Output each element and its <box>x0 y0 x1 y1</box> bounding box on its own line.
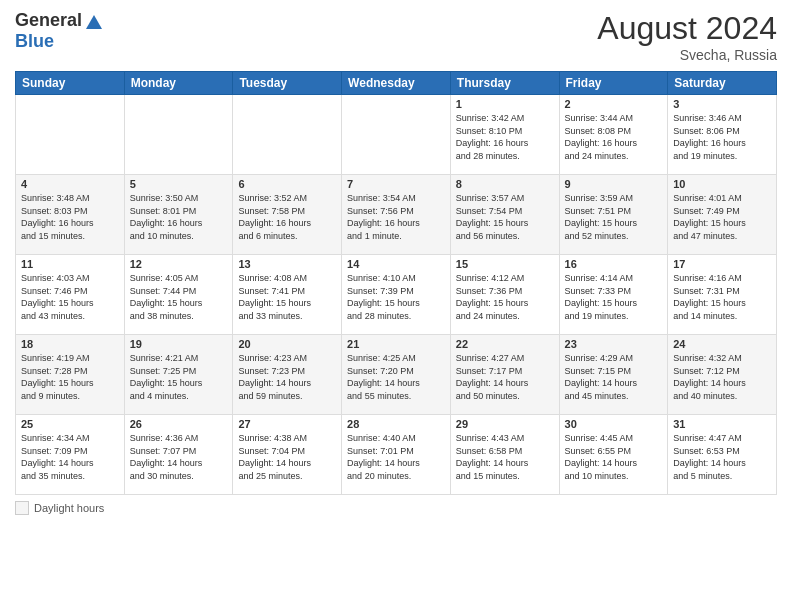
day-info: Sunrise: 4:16 AMSunset: 7:31 PMDaylight:… <box>673 272 771 322</box>
header: General Blue August 2024 Svecha, Russia <box>15 10 777 63</box>
day-number: 2 <box>565 98 663 110</box>
day-info: Sunrise: 4:19 AMSunset: 7:28 PMDaylight:… <box>21 352 119 402</box>
day-info: Sunrise: 4:14 AMSunset: 7:33 PMDaylight:… <box>565 272 663 322</box>
legend-label: Daylight hours <box>34 502 104 514</box>
calendar-day-header: Friday <box>559 72 668 95</box>
day-number: 17 <box>673 258 771 270</box>
day-info: Sunrise: 4:05 AMSunset: 7:44 PMDaylight:… <box>130 272 228 322</box>
day-number: 11 <box>21 258 119 270</box>
day-info: Sunrise: 4:01 AMSunset: 7:49 PMDaylight:… <box>673 192 771 242</box>
day-info: Sunrise: 3:52 AMSunset: 7:58 PMDaylight:… <box>238 192 336 242</box>
calendar-week-row: 1Sunrise: 3:42 AMSunset: 8:10 PMDaylight… <box>16 95 777 175</box>
day-info: Sunrise: 3:46 AMSunset: 8:06 PMDaylight:… <box>673 112 771 162</box>
day-number: 23 <box>565 338 663 350</box>
calendar-day-header: Monday <box>124 72 233 95</box>
calendar-cell: 4Sunrise: 3:48 AMSunset: 8:03 PMDaylight… <box>16 175 125 255</box>
logo-icon <box>84 11 104 31</box>
day-info: Sunrise: 4:25 AMSunset: 7:20 PMDaylight:… <box>347 352 445 402</box>
calendar-cell: 26Sunrise: 4:36 AMSunset: 7:07 PMDayligh… <box>124 415 233 495</box>
calendar-cell: 16Sunrise: 4:14 AMSunset: 7:33 PMDayligh… <box>559 255 668 335</box>
day-number: 28 <box>347 418 445 430</box>
day-number: 26 <box>130 418 228 430</box>
calendar-cell <box>342 95 451 175</box>
day-info: Sunrise: 4:32 AMSunset: 7:12 PMDaylight:… <box>673 352 771 402</box>
calendar-cell: 25Sunrise: 4:34 AMSunset: 7:09 PMDayligh… <box>16 415 125 495</box>
calendar-cell: 17Sunrise: 4:16 AMSunset: 7:31 PMDayligh… <box>668 255 777 335</box>
calendar-cell: 27Sunrise: 4:38 AMSunset: 7:04 PMDayligh… <box>233 415 342 495</box>
calendar-cell: 19Sunrise: 4:21 AMSunset: 7:25 PMDayligh… <box>124 335 233 415</box>
calendar-week-row: 25Sunrise: 4:34 AMSunset: 7:09 PMDayligh… <box>16 415 777 495</box>
day-info: Sunrise: 4:12 AMSunset: 7:36 PMDaylight:… <box>456 272 554 322</box>
calendar-week-row: 4Sunrise: 3:48 AMSunset: 8:03 PMDaylight… <box>16 175 777 255</box>
calendar-cell: 29Sunrise: 4:43 AMSunset: 6:58 PMDayligh… <box>450 415 559 495</box>
calendar-day-header: Sunday <box>16 72 125 95</box>
day-info: Sunrise: 4:43 AMSunset: 6:58 PMDaylight:… <box>456 432 554 482</box>
calendar-cell: 14Sunrise: 4:10 AMSunset: 7:39 PMDayligh… <box>342 255 451 335</box>
day-number: 24 <box>673 338 771 350</box>
calendar-table: SundayMondayTuesdayWednesdayThursdayFrid… <box>15 71 777 495</box>
day-info: Sunrise: 4:47 AMSunset: 6:53 PMDaylight:… <box>673 432 771 482</box>
day-number: 18 <box>21 338 119 350</box>
day-info: Sunrise: 4:21 AMSunset: 7:25 PMDaylight:… <box>130 352 228 402</box>
calendar-cell: 21Sunrise: 4:25 AMSunset: 7:20 PMDayligh… <box>342 335 451 415</box>
day-info: Sunrise: 4:23 AMSunset: 7:23 PMDaylight:… <box>238 352 336 402</box>
day-number: 8 <box>456 178 554 190</box>
calendar-cell: 13Sunrise: 4:08 AMSunset: 7:41 PMDayligh… <box>233 255 342 335</box>
calendar-cell: 10Sunrise: 4:01 AMSunset: 7:49 PMDayligh… <box>668 175 777 255</box>
day-info: Sunrise: 4:10 AMSunset: 7:39 PMDaylight:… <box>347 272 445 322</box>
calendar-cell: 1Sunrise: 3:42 AMSunset: 8:10 PMDaylight… <box>450 95 559 175</box>
day-info: Sunrise: 3:44 AMSunset: 8:08 PMDaylight:… <box>565 112 663 162</box>
calendar-day-header: Thursday <box>450 72 559 95</box>
calendar-cell: 9Sunrise: 3:59 AMSunset: 7:51 PMDaylight… <box>559 175 668 255</box>
logo-general-text: General <box>15 10 82 31</box>
day-info: Sunrise: 3:48 AMSunset: 8:03 PMDaylight:… <box>21 192 119 242</box>
title-block: August 2024 Svecha, Russia <box>597 10 777 63</box>
day-info: Sunrise: 4:29 AMSunset: 7:15 PMDaylight:… <box>565 352 663 402</box>
day-info: Sunrise: 4:36 AMSunset: 7:07 PMDaylight:… <box>130 432 228 482</box>
day-number: 16 <box>565 258 663 270</box>
calendar-cell: 12Sunrise: 4:05 AMSunset: 7:44 PMDayligh… <box>124 255 233 335</box>
calendar-cell: 31Sunrise: 4:47 AMSunset: 6:53 PMDayligh… <box>668 415 777 495</box>
day-number: 19 <box>130 338 228 350</box>
logo: General Blue <box>15 10 104 52</box>
calendar-day-header: Wednesday <box>342 72 451 95</box>
calendar-cell: 3Sunrise: 3:46 AMSunset: 8:06 PMDaylight… <box>668 95 777 175</box>
calendar-cell: 22Sunrise: 4:27 AMSunset: 7:17 PMDayligh… <box>450 335 559 415</box>
calendar-cell: 6Sunrise: 3:52 AMSunset: 7:58 PMDaylight… <box>233 175 342 255</box>
day-number: 1 <box>456 98 554 110</box>
calendar-cell: 15Sunrise: 4:12 AMSunset: 7:36 PMDayligh… <box>450 255 559 335</box>
calendar-cell <box>16 95 125 175</box>
day-number: 6 <box>238 178 336 190</box>
calendar-cell: 20Sunrise: 4:23 AMSunset: 7:23 PMDayligh… <box>233 335 342 415</box>
location-subtitle: Svecha, Russia <box>597 47 777 63</box>
calendar-cell: 18Sunrise: 4:19 AMSunset: 7:28 PMDayligh… <box>16 335 125 415</box>
calendar-cell <box>233 95 342 175</box>
day-number: 10 <box>673 178 771 190</box>
day-number: 21 <box>347 338 445 350</box>
calendar-day-header: Tuesday <box>233 72 342 95</box>
logo-blue-text: Blue <box>15 31 54 52</box>
day-number: 4 <box>21 178 119 190</box>
day-info: Sunrise: 4:27 AMSunset: 7:17 PMDaylight:… <box>456 352 554 402</box>
footer: Daylight hours <box>15 501 777 515</box>
calendar-cell <box>124 95 233 175</box>
day-info: Sunrise: 3:59 AMSunset: 7:51 PMDaylight:… <box>565 192 663 242</box>
svg-marker-1 <box>90 23 98 29</box>
day-info: Sunrise: 3:50 AMSunset: 8:01 PMDaylight:… <box>130 192 228 242</box>
calendar-cell: 11Sunrise: 4:03 AMSunset: 7:46 PMDayligh… <box>16 255 125 335</box>
day-number: 13 <box>238 258 336 270</box>
day-number: 22 <box>456 338 554 350</box>
calendar-week-row: 18Sunrise: 4:19 AMSunset: 7:28 PMDayligh… <box>16 335 777 415</box>
calendar-header-row: SundayMondayTuesdayWednesdayThursdayFrid… <box>16 72 777 95</box>
day-info: Sunrise: 4:40 AMSunset: 7:01 PMDaylight:… <box>347 432 445 482</box>
day-number: 9 <box>565 178 663 190</box>
calendar-week-row: 11Sunrise: 4:03 AMSunset: 7:46 PMDayligh… <box>16 255 777 335</box>
month-title: August 2024 <box>597 10 777 47</box>
calendar-cell: 30Sunrise: 4:45 AMSunset: 6:55 PMDayligh… <box>559 415 668 495</box>
day-number: 27 <box>238 418 336 430</box>
day-number: 7 <box>347 178 445 190</box>
day-number: 29 <box>456 418 554 430</box>
calendar-cell: 23Sunrise: 4:29 AMSunset: 7:15 PMDayligh… <box>559 335 668 415</box>
calendar-cell: 2Sunrise: 3:44 AMSunset: 8:08 PMDaylight… <box>559 95 668 175</box>
day-info: Sunrise: 4:45 AMSunset: 6:55 PMDaylight:… <box>565 432 663 482</box>
